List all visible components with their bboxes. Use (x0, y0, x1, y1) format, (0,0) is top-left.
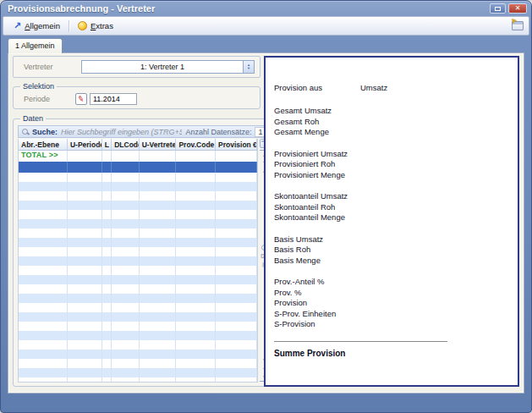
total-row[interactable]: TOTAL >> (19, 151, 257, 162)
provision-aus-row: Provision aus Umsatz (274, 83, 507, 92)
empty-row[interactable] (19, 219, 257, 229)
column-header[interactable]: Provision € (216, 139, 257, 150)
grid-cell (19, 210, 68, 219)
grid-cell (176, 275, 216, 284)
column-header[interactable]: L (102, 139, 112, 150)
grid-cell (19, 229, 68, 238)
close-button[interactable]: ✕ (508, 3, 527, 14)
grid-cell (102, 238, 112, 247)
empty-row[interactable] (19, 182, 257, 191)
search-bar[interactable]: Suche: Hier Suchbegriff eingeben (STRG+S… (18, 125, 270, 138)
grid-cell (68, 219, 102, 229)
grid-cell (112, 331, 139, 340)
detach-window-icon[interactable] (512, 21, 524, 30)
column-header[interactable]: U-Periode (68, 139, 102, 150)
empty-row[interactable] (19, 284, 257, 294)
grid-cell (102, 368, 112, 377)
empty-row[interactable] (19, 173, 257, 182)
grid-cell (140, 191, 177, 201)
menu-item-allgemein[interactable]: ↗ Allgemein (8, 19, 65, 32)
empty-row[interactable] (19, 368, 257, 377)
grid-cell (216, 219, 257, 229)
summary-label: Provisioniert Umsatz (274, 149, 507, 160)
tab-allgemein[interactable]: 1 Allgemein (8, 38, 63, 53)
column-header[interactable]: Prov.Code (176, 139, 216, 150)
empty-row[interactable] (19, 294, 257, 303)
empty-row[interactable] (19, 322, 257, 331)
grid-cell (112, 219, 139, 229)
window-title: Provisionsabrechnung - Vertreter (8, 3, 487, 14)
grid-cell (19, 322, 68, 331)
summary-group: Provisioniert UmsatzProvisioniert RohPro… (274, 149, 507, 181)
maximize-button[interactable] (490, 3, 506, 14)
empty-row[interactable] (19, 210, 257, 219)
periode-edit-button[interactable]: ✎ (75, 93, 87, 105)
grid-cell (68, 238, 102, 247)
table-row[interactable] (19, 162, 257, 173)
summary-group: Basis UmsatzBasis RohBasis Menge (274, 234, 507, 267)
empty-row[interactable] (19, 377, 257, 383)
menu-label: Allgemein (25, 21, 60, 30)
grid-table[interactable]: Abr.-EbeneU-PeriodeLDLCodeU-VertreterPro… (18, 139, 258, 383)
empty-row[interactable] (19, 247, 257, 256)
empty-row[interactable] (19, 312, 257, 322)
grid-cell (112, 284, 139, 294)
empty-row[interactable] (19, 340, 257, 350)
grid-cell (176, 191, 216, 201)
grid-cell (68, 191, 102, 201)
empty-row[interactable] (19, 256, 257, 266)
grid-cell (176, 229, 216, 238)
empty-row[interactable] (19, 359, 257, 368)
grid-cell (102, 182, 112, 191)
grid-cell (140, 201, 177, 210)
empty-row[interactable] (19, 238, 257, 247)
grid-cell (176, 210, 216, 219)
grid-cell (216, 210, 257, 219)
grid-cell (140, 368, 177, 377)
grid-cell (176, 256, 216, 266)
empty-row[interactable] (19, 331, 257, 340)
grid-cell (140, 229, 177, 238)
empty-row[interactable] (19, 350, 257, 359)
arrow-north-east-icon: ↗ (14, 21, 21, 30)
empty-row[interactable] (19, 303, 257, 312)
grid-cell (140, 312, 177, 322)
grid-cell (216, 340, 257, 350)
menu-bar: ↗ Allgemein Extras (3, 16, 529, 36)
empty-row[interactable] (19, 229, 257, 238)
spinner-updown-icon[interactable]: ▲▼ (243, 61, 254, 73)
grid-cell (112, 340, 139, 350)
vertreter-select[interactable]: 1: Vertreter 1 ▲▼ (81, 60, 255, 74)
summary-label: Prov. % (274, 288, 507, 299)
column-header[interactable]: DLCode (112, 139, 139, 150)
grid-cell (68, 331, 102, 340)
grid-cell (68, 312, 102, 322)
empty-row[interactable] (19, 275, 257, 284)
empty-row[interactable] (19, 266, 257, 275)
grid-cell (112, 322, 139, 331)
empty-row[interactable] (19, 201, 257, 210)
grid-cell (102, 173, 112, 182)
periode-input[interactable] (90, 93, 137, 105)
grid-cell (112, 162, 139, 173)
record-count-label: Anzahl Datensätze: (185, 128, 251, 136)
column-header[interactable]: Abr.-Ebene (19, 139, 68, 150)
summary-label: Basis Menge (274, 256, 507, 267)
column-header[interactable]: U-Vertreter (140, 139, 177, 150)
grid-cell (102, 284, 112, 294)
grid-cell (102, 219, 112, 229)
empty-row[interactable] (19, 191, 257, 201)
grid-cell (102, 303, 112, 312)
grid-cell (19, 377, 68, 383)
grid-cell (216, 284, 257, 294)
toolbar-separator (69, 20, 69, 32)
selektion-group: Selektion Periode ✎ (13, 82, 261, 109)
menu-item-extras[interactable]: Extras (73, 19, 118, 32)
grid-cell: TOTAL >> (19, 151, 68, 162)
grid-cell (102, 162, 112, 173)
grid-cell (19, 359, 68, 368)
grid-cell (176, 377, 216, 383)
grid-cell (216, 312, 257, 322)
daten-group-title: Daten (20, 114, 46, 123)
grid-cell (112, 359, 139, 368)
